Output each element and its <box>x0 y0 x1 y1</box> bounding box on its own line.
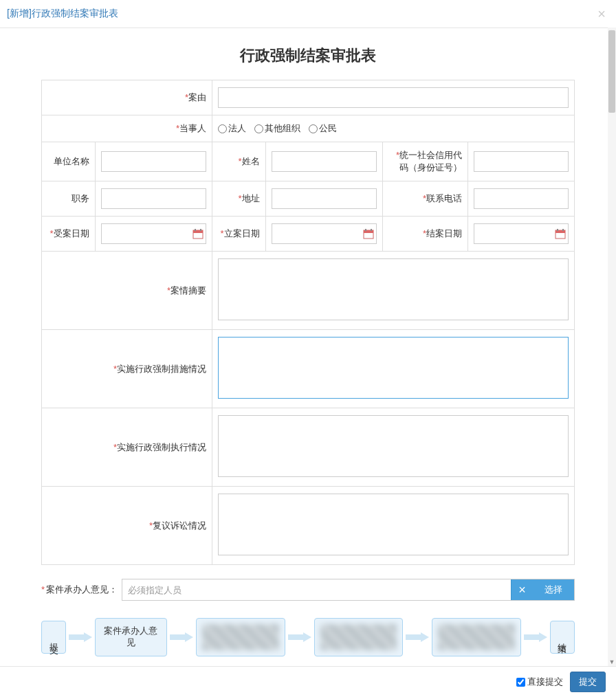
input-address[interactable] <box>272 188 377 209</box>
label-name: *姓名 <box>212 142 266 181</box>
label-party: *当事人 <box>42 115 212 142</box>
textarea-execute-situation[interactable] <box>218 415 569 477</box>
arrow-right-icon <box>406 630 429 644</box>
radio-other-org[interactable]: 其他组织 <box>254 122 300 135</box>
textarea-review-situation[interactable] <box>218 494 569 555</box>
label-review-situation: *复议诉讼情况 <box>42 487 212 565</box>
scroll-down-icon[interactable]: ▼ <box>608 658 616 666</box>
close-icon[interactable]: × <box>597 7 606 21</box>
radio-legal[interactable]: 法人 <box>218 122 246 135</box>
scrollbar[interactable]: ▲ ▼ <box>608 27 616 666</box>
opinion-row: *案件承办人意见： × 选择 <box>41 579 575 601</box>
submit-button[interactable]: 提交 <box>570 672 606 692</box>
workflow-node-redacted <box>196 618 285 656</box>
arrow-right-icon <box>524 630 547 644</box>
form-title: 行政强制结案审批表 <box>41 35 575 80</box>
label-reason: *案由 <box>42 80 212 115</box>
label-case-summary: *案情摘要 <box>42 252 212 330</box>
label-measure-situation: *实施行政强制措施情况 <box>42 330 212 408</box>
opinion-clear-button[interactable]: × <box>511 579 533 600</box>
svg-marker-15 <box>406 632 429 642</box>
form-table: *案由 *当事人 法人 其他组织 <box>41 80 575 565</box>
input-credit-code[interactable] <box>474 151 569 172</box>
input-name[interactable] <box>272 151 377 172</box>
input-file-date[interactable] <box>272 223 377 244</box>
opinion-select-button[interactable]: 选择 <box>533 579 574 600</box>
label-execute-situation: *实施行政强制执行情况 <box>42 408 212 487</box>
label-accept-date: *受案日期 <box>42 217 96 252</box>
input-reason[interactable] <box>218 87 569 108</box>
checkbox-direct-submit[interactable]: 直接提交 <box>516 676 563 688</box>
workflow: 提交 案件承办人意见 结束 <box>41 618 575 656</box>
arrow-right-icon <box>170 630 193 644</box>
workflow-node-redacted <box>314 618 404 656</box>
modal-header: [新增]行政强制结案审批表 × <box>0 0 616 28</box>
scrollbar-thumb[interactable] <box>608 30 615 113</box>
workflow-node-submit: 提交 <box>41 621 66 654</box>
arrow-right-icon <box>288 630 311 644</box>
textarea-measure-situation[interactable] <box>218 337 569 399</box>
label-position: 职务 <box>42 181 96 217</box>
label-unit-name: 单位名称 <box>42 142 96 181</box>
input-phone[interactable] <box>474 188 569 209</box>
radio-citizen[interactable]: 公民 <box>309 122 337 135</box>
label-close-date: *结案日期 <box>383 217 468 252</box>
workflow-node-opinion: 案件承办人意见 <box>95 618 167 656</box>
svg-marker-14 <box>288 632 311 642</box>
modal-body: 行政强制结案审批表 *案由 *当事人 <box>0 28 616 667</box>
label-phone: *联系电话 <box>383 181 468 217</box>
svg-marker-16 <box>524 632 547 642</box>
input-close-date[interactable] <box>474 223 569 244</box>
input-accept-date[interactable] <box>101 223 207 244</box>
svg-marker-12 <box>69 632 92 642</box>
label-file-date: *立案日期 <box>212 217 266 252</box>
input-unit-name[interactable] <box>101 151 207 172</box>
svg-marker-13 <box>170 632 193 642</box>
input-position[interactable] <box>101 188 207 209</box>
modal-footer: 直接提交 提交 <box>0 666 616 697</box>
textarea-case-summary[interactable] <box>218 258 569 320</box>
modal-title: [新增]行政强制结案审批表 <box>7 8 118 20</box>
label-credit-code: *统一社会信用代码（身份证号） <box>383 142 468 181</box>
label-opinion: *案件承办人意见： <box>41 584 118 596</box>
arrow-right-icon <box>69 630 92 644</box>
workflow-node-redacted <box>432 618 521 656</box>
label-address: *地址 <box>212 181 266 217</box>
workflow-node-end: 结束 <box>550 621 575 654</box>
input-opinion-person[interactable] <box>122 579 511 600</box>
